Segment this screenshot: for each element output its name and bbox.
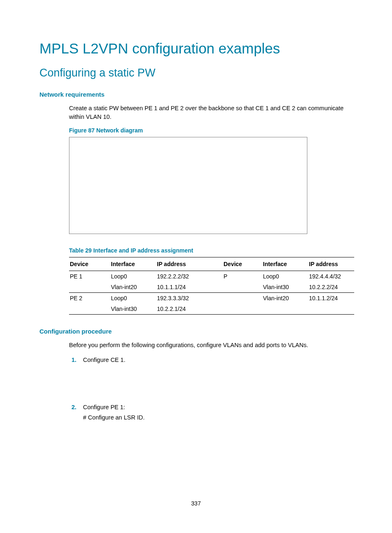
page-title: MPLS L2VPN configuration examples <box>39 40 353 57</box>
step-2-substep: # Configure an LSR ID. <box>83 413 353 422</box>
col-device-2: Device <box>223 257 262 271</box>
table-caption: Table 29 Interface and IP address assign… <box>39 247 353 254</box>
figure-caption: Figure 87 Network diagram <box>39 127 353 134</box>
step-2: Configure PE 1: # Configure an LSR ID. <box>78 403 353 422</box>
network-requirements-text: Create a static PW between PE 1 and PE 2… <box>39 104 353 121</box>
network-diagram-placeholder <box>69 137 307 234</box>
col-interface-1: Interface <box>110 257 156 271</box>
col-device-1: Device <box>69 257 110 271</box>
table-row: PE 2 Loop0 192.3.3.3/32 Vlan-int20 10.1.… <box>69 293 354 304</box>
interface-ip-table: Device Interface IP address Device Inter… <box>69 257 354 315</box>
table-row: Vlan-int20 10.1.1.1/24 Vlan-int30 10.2.2… <box>69 282 354 293</box>
configuration-procedure-intro: Before you perform the following configu… <box>39 341 353 350</box>
table-header-row: Device Interface IP address Device Inter… <box>69 257 354 271</box>
table-row: Vlan-int30 10.2.2.1/24 <box>69 304 354 315</box>
page-number: 337 <box>0 500 392 507</box>
configuration-procedure-heading: Configuration procedure <box>39 328 353 335</box>
section-title: Configuring a static PW <box>39 67 353 79</box>
network-requirements-heading: Network requirements <box>39 91 353 98</box>
table-row: PE 1 Loop0 192.2.2.2/32 P Loop0 192.4.4.… <box>69 271 354 282</box>
col-interface-2: Interface <box>262 257 308 271</box>
step-1-text: Configure CE 1. <box>83 357 125 363</box>
col-ip-2: IP address <box>308 257 354 271</box>
step-2-text: Configure PE 1: <box>83 404 125 410</box>
col-ip-1: IP address <box>156 257 223 271</box>
step-1: Configure CE 1. <box>78 355 353 364</box>
